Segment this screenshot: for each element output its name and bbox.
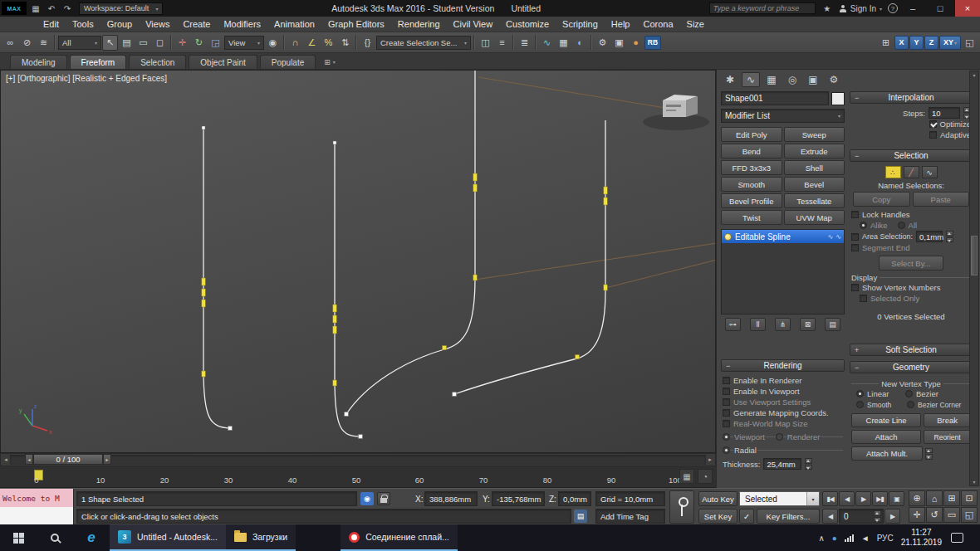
- menu-views[interactable]: Views: [139, 17, 176, 32]
- menu-modifiers[interactable]: Modifiers: [217, 17, 267, 32]
- time-configuration-button[interactable]: ▣: [889, 491, 904, 506]
- slider-left-arrow[interactable]: ◂: [2, 455, 10, 465]
- previous-key-button[interactable]: ◀: [839, 491, 855, 506]
- mirror-icon[interactable]: ◫: [478, 35, 493, 51]
- orbit-icon[interactable]: ↺: [926, 507, 943, 523]
- taskbar-search-button[interactable]: [37, 524, 73, 551]
- renderer-radio[interactable]: [776, 433, 783, 441]
- isolate-selection-icon[interactable]: ◉: [360, 492, 374, 505]
- menu-civil-view[interactable]: Civil View: [447, 17, 499, 32]
- break-button[interactable]: Break: [924, 413, 971, 427]
- redo-icon[interactable]: ↷: [61, 2, 74, 15]
- key-filters-check-icon[interactable]: ✓: [739, 509, 754, 524]
- use-viewport-settings-checkbox[interactable]: [723, 398, 730, 406]
- named-selection-dropdown[interactable]: Create Selection Se... ▾: [376, 36, 471, 50]
- previous-frame-button[interactable]: ◂: [25, 454, 33, 465]
- attach-button[interactable]: Attach: [851, 430, 921, 444]
- minimize-button[interactable]: –: [900, 0, 925, 17]
- area-selection-checkbox[interactable]: [851, 233, 859, 241]
- subobject-icon[interactable]: ∿: [828, 233, 834, 241]
- selected-only-checkbox[interactable]: [860, 295, 867, 302]
- zoom-extents-icon[interactable]: ⌂: [926, 490, 943, 506]
- modifier-button-bevel-profile[interactable]: Bevel Profile: [721, 193, 782, 208]
- thickness-spinner[interactable]: [805, 458, 812, 470]
- play-button[interactable]: ▶: [855, 491, 871, 506]
- all-radio[interactable]: [898, 222, 905, 229]
- set-key-button[interactable]: Set Key: [698, 509, 737, 524]
- menu-tools[interactable]: Tools: [66, 17, 100, 32]
- hierarchy-tab-icon[interactable]: ▦: [762, 72, 781, 87]
- add-time-tag-field[interactable]: Add Time Tag: [595, 509, 665, 524]
- display-tab-icon[interactable]: ▣: [804, 72, 822, 87]
- frame-indicator[interactable]: 0 / 100: [33, 454, 103, 465]
- scrollbar-thumb[interactable]: [971, 236, 978, 276]
- menu-edit[interactable]: Edit: [37, 17, 66, 32]
- real-world-map-size-checkbox[interactable]: [723, 420, 730, 427]
- spline-4[interactable]: [454, 120, 605, 394]
- configure-modifier-sets-icon[interactable]: ▤: [825, 318, 840, 331]
- menu-size[interactable]: Size: [680, 17, 711, 32]
- maximize-viewport-toggle-icon[interactable]: ◱: [961, 507, 978, 523]
- select-and-link-icon[interactable]: ∞: [2, 35, 18, 51]
- menu-scripting[interactable]: Scripting: [556, 17, 605, 32]
- attach-mult-button[interactable]: Attach Mult.: [851, 446, 923, 461]
- axis-xy-button[interactable]: XY▾: [939, 36, 961, 50]
- generate-mapping-coords-checkbox[interactable]: [723, 409, 730, 417]
- modifier-button-sweep[interactable]: Sweep: [784, 127, 845, 142]
- menu-corona[interactable]: Corona: [636, 17, 679, 32]
- selection-rollout-header[interactable]: − Selection: [850, 149, 973, 162]
- go-to-end-button[interactable]: ▶▮: [872, 491, 888, 506]
- listener-white-line[interactable]: [0, 507, 73, 525]
- scroll-up-icon[interactable]: ▾: [970, 72, 978, 78]
- taskbar-clock[interactable]: 11:27 21.11.2019: [901, 528, 942, 548]
- adaptive-checkbox[interactable]: [929, 131, 937, 139]
- schematic-view-icon[interactable]: ▦: [556, 35, 571, 51]
- action-center-icon[interactable]: [951, 533, 963, 543]
- paste-button[interactable]: Paste: [913, 192, 970, 207]
- tab-selection[interactable]: Selection: [129, 55, 186, 69]
- start-button[interactable]: [0, 524, 37, 551]
- object-name-field[interactable]: Shape001: [721, 91, 829, 105]
- corona-rb-icon[interactable]: RB: [644, 36, 661, 50]
- modifier-button-bend[interactable]: Bend: [721, 144, 782, 158]
- key-mode-dropdown[interactable]: Selected ▾: [739, 491, 820, 506]
- select-and-rotate-icon[interactable]: ↻: [191, 35, 207, 51]
- alike-radio[interactable]: [860, 222, 867, 229]
- vertex-subobject-icon[interactable]: ∴: [885, 166, 901, 178]
- open-mini-curve-editor-icon[interactable]: ▦: [679, 469, 694, 484]
- stack-item-editable-spline[interactable]: Editable Spline ∿ ∿: [722, 230, 844, 243]
- language-indicator[interactable]: РУС: [877, 534, 894, 543]
- interpolation-rollout-header[interactable]: − Interpolation: [850, 91, 973, 104]
- endpoint-markers[interactable]: [202, 126, 457, 439]
- time-slider-track[interactable]: ◂ 0 / 100 ▸: [10, 455, 706, 465]
- angle-snap-icon[interactable]: ∠: [304, 35, 320, 51]
- select-by-button[interactable]: Select By...: [879, 256, 943, 271]
- lightbulb-icon[interactable]: [724, 233, 732, 241]
- command-panel-scrollbar[interactable]: ▾ ▾: [969, 71, 979, 486]
- maximize-button[interactable]: □: [928, 0, 953, 17]
- volume-icon[interactable]: ◄: [861, 534, 870, 543]
- pan-icon[interactable]: ✛: [909, 507, 925, 523]
- select-object-icon[interactable]: ↖: [102, 35, 118, 51]
- make-unique-icon[interactable]: ⋔: [775, 318, 791, 331]
- listener-pink-line[interactable]: Welcome to M: [0, 489, 73, 507]
- named-selection-sets-icon[interactable]: {}: [360, 35, 375, 51]
- enable-in-viewport-checkbox[interactable]: [723, 388, 730, 395]
- scene-box-object[interactable]: [643, 95, 709, 130]
- frame-spinner[interactable]: [874, 510, 881, 522]
- select-and-move-icon[interactable]: ✛: [174, 35, 190, 51]
- rectangular-region-icon[interactable]: ▭: [135, 35, 151, 51]
- spline-2[interactable]: [335, 144, 360, 436]
- render-production-icon[interactable]: ●: [628, 35, 644, 51]
- modifier-button-ffd[interactable]: FFD 3x3x3: [721, 160, 782, 175]
- optimize-checkbox[interactable]: [929, 120, 937, 128]
- material-editor-icon[interactable]: ◐: [572, 35, 588, 51]
- favorites-star-icon[interactable]: ★: [821, 2, 834, 15]
- remove-modifier-icon[interactable]: ⊠: [800, 318, 816, 331]
- modifier-button-smooth[interactable]: Smooth: [721, 177, 782, 192]
- track-bar-filter-icon[interactable]: ◔: [698, 469, 713, 484]
- slider-right-arrow[interactable]: ▸: [706, 455, 714, 465]
- axis-y-button[interactable]: Y: [909, 36, 924, 50]
- app-logo-icon[interactable]: MAX: [2, 2, 27, 15]
- maximize-viewport-icon[interactable]: ◱: [962, 35, 978, 51]
